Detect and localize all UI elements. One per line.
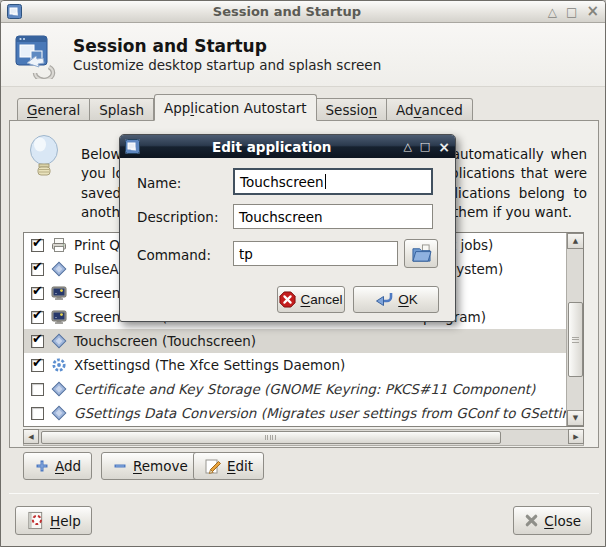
- tab-label: n: [368, 102, 377, 118]
- tab-label: Ad: [396, 102, 414, 118]
- command-field[interactable]: tp: [233, 241, 398, 266]
- tab-label: G: [27, 102, 37, 118]
- remove-label: emove: [142, 458, 188, 474]
- maximize-icon[interactable]: □: [566, 6, 577, 18]
- dialog-maximize-icon[interactable]: □: [420, 140, 430, 153]
- description-field[interactable]: Touchscreen: [233, 204, 433, 229]
- ok-button[interactable]: OK: [353, 286, 439, 313]
- row-checkbox[interactable]: ✔: [31, 263, 44, 276]
- close-x-icon: [524, 513, 539, 528]
- tab-advanced[interactable]: Advanced: [387, 98, 473, 121]
- check-icon: ✔: [32, 355, 43, 370]
- cancel-button[interactable]: Cancel: [277, 286, 345, 313]
- shade-icon[interactable]: △: [548, 6, 557, 18]
- gear-icon: [51, 357, 67, 373]
- cancel-label: C: [300, 292, 310, 307]
- dialog-close-icon[interactable]: ×: [438, 139, 450, 155]
- remove-label: R: [133, 458, 142, 474]
- check-icon: ✔: [32, 235, 43, 250]
- dialog-title: Edit application: [140, 139, 403, 155]
- check-icon: ✔: [32, 283, 43, 298]
- row-label: Xfsettingsd (The Xfce Settings Daemon): [74, 357, 345, 373]
- close-label: C: [544, 513, 553, 529]
- ok-return-arrow-icon: [374, 291, 394, 308]
- scroll-down-icon[interactable]: ▼: [567, 410, 584, 426]
- table-row[interactable]: GSettings Data Conversion (Migrates user…: [24, 401, 566, 425]
- vertical-scrollbar[interactable]: ▲ ▼: [566, 233, 583, 426]
- tab-label: eneral: [37, 102, 80, 118]
- scroll-right-icon[interactable]: ▶: [568, 429, 584, 444]
- row-checkbox[interactable]: ✔: [31, 359, 44, 372]
- page-title: Session and Startup: [73, 36, 381, 57]
- cancel-label: ancel: [310, 292, 342, 307]
- close-button[interactable]: Close: [513, 506, 592, 535]
- tab-splash[interactable]: Splash: [90, 98, 154, 121]
- session-startup-icon: [11, 31, 59, 79]
- tab-label: App: [164, 100, 190, 116]
- row-checkbox[interactable]: ✔: [31, 287, 44, 300]
- help-button[interactable]: Help: [15, 506, 92, 535]
- lightbulb-icon: [25, 133, 63, 185]
- page-subtitle: Customize desktop startup and splash scr…: [73, 57, 381, 73]
- row-checkbox[interactable]: [31, 407, 44, 420]
- session-and-startup-window: Session and Startup △ □ × Session and St…: [0, 0, 606, 547]
- minus-icon: [112, 458, 128, 474]
- row-checkbox[interactable]: ✔: [31, 311, 44, 324]
- dialog-window-icon: [125, 139, 140, 154]
- table-row[interactable]: ✔ Xfsettingsd (The Xfce Settings Daemon): [24, 353, 566, 377]
- description-label: Description:: [137, 209, 218, 225]
- dialog-titlebar[interactable]: Edit application △ □ ×: [120, 135, 455, 158]
- close-icon[interactable]: ×: [586, 4, 599, 19]
- horizontal-scrollbar[interactable]: ◀ ▶: [23, 429, 584, 446]
- help-label: H: [50, 513, 60, 529]
- app-diamond-icon: [51, 333, 67, 349]
- close-label: lose: [554, 513, 581, 529]
- browse-command-button[interactable]: [404, 239, 438, 268]
- remove-button[interactable]: Remove: [101, 452, 199, 480]
- text-caret: [325, 174, 326, 189]
- scroll-up-icon[interactable]: ▲: [567, 233, 584, 249]
- tab-session[interactable]: Session: [317, 98, 388, 121]
- header: Session and Startup Customize desktop st…: [1, 23, 605, 87]
- cancel-icon: [279, 291, 296, 308]
- row-label: GSettings Data Conversion (Migrates user…: [74, 405, 566, 421]
- horizontal-scrollbar-thumb[interactable]: [41, 431, 501, 444]
- ok-label: O: [398, 292, 409, 307]
- tab-label: ication Autostart: [194, 100, 306, 116]
- tab-label: Sessio: [326, 102, 369, 118]
- name-label: Name:: [137, 175, 181, 191]
- row-label: Certificate and Key Storage (GNOME Keyri…: [74, 381, 535, 397]
- scroll-left-icon[interactable]: ◀: [23, 429, 39, 444]
- edit-button[interactable]: Edit: [193, 452, 264, 480]
- printer-icon: [51, 237, 67, 253]
- tab-label: v: [414, 102, 422, 118]
- tab-general[interactable]: General: [17, 98, 90, 121]
- app-diamond-icon: [51, 405, 67, 421]
- screensaver-icon: [51, 285, 67, 301]
- name-field[interactable]: Touchscreen: [233, 168, 433, 195]
- dialog-shade-icon[interactable]: △: [403, 140, 411, 153]
- row-checkbox[interactable]: ✔: [31, 335, 44, 348]
- folder-icon: [411, 244, 432, 263]
- action-area-separator: [9, 493, 599, 494]
- tab-label: anced: [422, 102, 463, 118]
- check-icon: ✔: [32, 307, 43, 322]
- vertical-scrollbar-thumb[interactable]: [568, 302, 583, 377]
- table-row-selected[interactable]: ✔ Touchscreen (Touchscreen): [24, 329, 566, 353]
- screensaver-icon: [51, 309, 67, 325]
- plus-icon: [34, 458, 50, 474]
- tab-application-autostart[interactable]: Application Autostart: [154, 94, 317, 121]
- edit-application-dialog: Edit application △ □ × Name: Touchscreen…: [119, 134, 456, 322]
- table-row[interactable]: Certificate and Key Storage (GNOME Keyri…: [24, 377, 566, 401]
- window-titlebar[interactable]: Session and Startup △ □ ×: [1, 1, 605, 23]
- row-checkbox[interactable]: ✔: [31, 239, 44, 252]
- edit-pencil-icon: [204, 457, 222, 475]
- row-label: Touchscreen (Touchscreen): [74, 333, 256, 349]
- check-icon: ✔: [32, 259, 43, 274]
- help-label: elp: [60, 513, 81, 529]
- description-value: Touchscreen: [239, 209, 323, 225]
- add-label: A: [55, 458, 64, 474]
- row-checkbox[interactable]: [31, 383, 44, 396]
- ok-label: K: [409, 292, 418, 307]
- add-button[interactable]: Add: [23, 452, 92, 480]
